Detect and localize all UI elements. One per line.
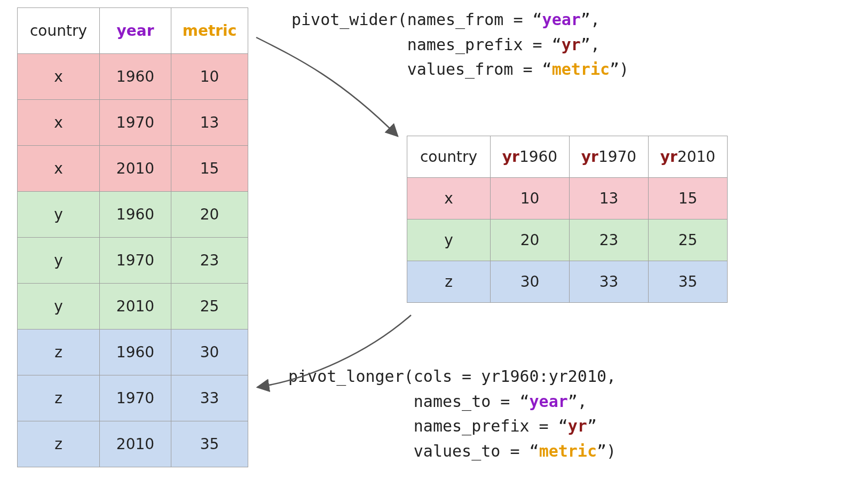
cell-country: z — [407, 261, 491, 303]
code-line: pivot_wider(names_from = “ — [291, 10, 542, 29]
yr-prefix: yr — [581, 148, 598, 166]
cell-year: 1960 — [100, 330, 171, 375]
col-yr1960: yr1960 — [491, 136, 570, 178]
cell-metric: 33 — [171, 375, 248, 421]
cell-value: 35 — [649, 261, 728, 303]
cell-metric: 15 — [171, 146, 248, 192]
yr-prefix: yr — [660, 148, 677, 166]
pad — [288, 417, 414, 435]
arg-prefix: yr — [562, 35, 581, 54]
yr-prefix: yr — [502, 148, 519, 166]
cell-value: 23 — [570, 220, 649, 261]
code-line: pivot_longer(cols = yr1960:yr2010, — [288, 367, 616, 386]
yr-value: 1970 — [598, 148, 636, 166]
code-line: values_from = “ — [407, 60, 552, 79]
cell-year: 1960 — [100, 54, 171, 100]
col-country: country — [18, 8, 100, 54]
table-row: z 1970 33 — [18, 375, 248, 421]
cell-value: 15 — [649, 178, 728, 220]
cell-country: x — [18, 54, 100, 100]
code-line: names_to = “ — [414, 392, 530, 411]
cell-metric: 20 — [171, 192, 248, 238]
cell-value: 33 — [570, 261, 649, 303]
cell-metric: 23 — [171, 238, 248, 284]
cell-year: 1960 — [100, 192, 171, 238]
code-line: ” — [587, 417, 597, 435]
table-row: z 30 33 35 — [407, 261, 728, 303]
cell-country: y — [18, 192, 100, 238]
cell-value: 10 — [491, 178, 570, 220]
table-row: y 2010 25 — [18, 284, 248, 330]
long-table-header: country year metric — [18, 8, 248, 54]
code-pivot-longer: pivot_longer(cols = yr1960:yr2010, names… — [288, 364, 616, 464]
cell-country: x — [18, 100, 100, 146]
table-row: x 1970 13 — [18, 100, 248, 146]
table-row: z 2010 35 — [18, 421, 248, 467]
code-line: ”, — [581, 10, 600, 29]
table-row: x 2010 15 — [18, 146, 248, 192]
cell-year: 2010 — [100, 146, 171, 192]
pad — [291, 35, 407, 54]
cell-value: 25 — [649, 220, 728, 261]
cell-year: 2010 — [100, 284, 171, 330]
code-line: ”, — [568, 392, 587, 411]
cell-country: x — [18, 146, 100, 192]
cell-country: z — [18, 421, 100, 467]
col-country: country — [407, 136, 491, 178]
wide-table-header: country yr1960 yr1970 yr2010 — [407, 136, 728, 178]
col-yr1970: yr1970 — [570, 136, 649, 178]
cell-year: 1970 — [100, 100, 171, 146]
cell-year: 1970 — [100, 375, 171, 421]
arg-metric: metric — [552, 60, 610, 79]
cell-country: z — [18, 375, 100, 421]
cell-metric: 13 — [171, 100, 248, 146]
cell-year: 1970 — [100, 238, 171, 284]
table-row: z 1960 30 — [18, 330, 248, 375]
cell-metric: 25 — [171, 284, 248, 330]
long-format-table: country year metric x 1960 10 x 1970 13 … — [17, 7, 248, 467]
pad — [291, 60, 407, 79]
table-row: y 1960 20 — [18, 192, 248, 238]
cell-country: z — [18, 330, 100, 375]
cell-metric: 10 — [171, 54, 248, 100]
col-yr2010: yr2010 — [649, 136, 728, 178]
code-line: ”, — [581, 35, 600, 54]
cell-country: y — [18, 238, 100, 284]
code-line: names_prefix = “ — [407, 35, 562, 54]
code-line: names_prefix = “ — [414, 417, 568, 435]
cell-country: y — [407, 220, 491, 261]
cell-value: 30 — [491, 261, 570, 303]
table-row: x 1960 10 — [18, 54, 248, 100]
cell-value: 13 — [570, 178, 649, 220]
cell-country: x — [407, 178, 491, 220]
yr-value: 2010 — [677, 148, 715, 166]
col-metric: metric — [171, 8, 248, 54]
cell-value: 20 — [491, 220, 570, 261]
wide-format-table: country yr1960 yr1970 yr2010 x 10 13 15 … — [407, 136, 728, 303]
table-row: y 20 23 25 — [407, 220, 728, 261]
cell-metric: 35 — [171, 421, 248, 467]
code-line: ”) — [610, 60, 629, 79]
arg-prefix: yr — [568, 417, 587, 435]
code-pivot-wider: pivot_wider(names_from = “year”, names_p… — [291, 7, 629, 82]
cell-metric: 30 — [171, 330, 248, 375]
yr-value: 1960 — [519, 148, 557, 166]
col-year: year — [100, 8, 171, 54]
arg-year: year — [530, 392, 568, 411]
cell-year: 2010 — [100, 421, 171, 467]
arg-year: year — [542, 10, 581, 29]
table-row: x 10 13 15 — [407, 178, 728, 220]
cell-country: y — [18, 284, 100, 330]
table-row: y 1970 23 — [18, 238, 248, 284]
code-line: ”) — [597, 442, 616, 460]
arg-metric: metric — [539, 442, 597, 460]
pad — [288, 442, 414, 460]
code-line: values_to = “ — [414, 442, 539, 460]
pad — [288, 392, 414, 411]
